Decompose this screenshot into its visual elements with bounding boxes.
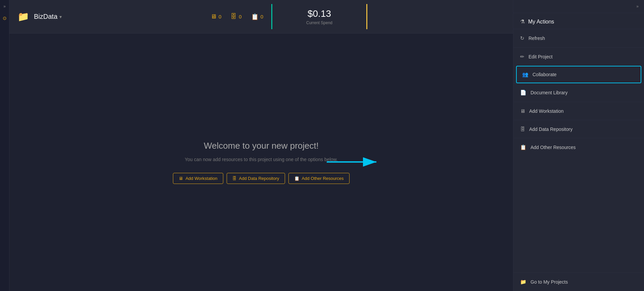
- right-sidebar: » ⚗ My Actions ↻ Refresh ✏ Edit Project …: [513, 0, 644, 291]
- repository-count-value: 0: [239, 14, 241, 19]
- resource-counts: 🖥 0 🗄 0 📋 0: [211, 13, 263, 20]
- add-other-resources-button[interactable]: 📋 Add Other Resources: [288, 173, 350, 184]
- repository-count: 🗄 0: [231, 13, 241, 20]
- sidebar-item-collaborate[interactable]: 👥 Collaborate: [516, 66, 641, 83]
- refresh-icon: ↻: [520, 35, 524, 41]
- sidebar-item-refresh[interactable]: ↻ Refresh: [513, 29, 644, 47]
- folder-icon: 📁: [17, 11, 29, 22]
- welcome-subtitle: You can now add resources to this projec…: [173, 156, 349, 163]
- sidebar-spacer: [513, 156, 644, 273]
- project-dropdown-caret[interactable]: ▾: [59, 14, 62, 19]
- document-library-icon: 📄: [520, 90, 526, 96]
- spend-label: Current Spend: [306, 20, 332, 25]
- sidebar-item-go-to-my-projects[interactable]: 📁 Go to My Projects: [513, 273, 644, 291]
- add-repository-sidebar-icon: 🗄: [520, 126, 525, 132]
- sidebar-item-collaborate-label: Collaborate: [533, 72, 557, 77]
- other-count: 📋 0: [251, 13, 263, 20]
- expand-sidebar-icon[interactable]: »: [3, 4, 6, 9]
- workstation-btn-label: Add Workstation: [185, 176, 217, 181]
- collaborate-icon: 👥: [522, 71, 528, 78]
- content-area: Welcome to your new project! You can now…: [9, 34, 513, 291]
- right-sidebar-header: »: [513, 0, 644, 13]
- project-info: 📁 BizData ▾ 🖥 0 🗄 0 📋 0: [9, 0, 271, 33]
- add-workstation-sidebar-icon: 🖥: [520, 108, 525, 114]
- header-bar: 📁 BizData ▾ 🖥 0 🗄 0 📋 0: [9, 0, 513, 34]
- other-count-value: 0: [261, 14, 263, 19]
- sidebar-item-add-other-resources[interactable]: 📋 Add Other Resources: [513, 138, 644, 156]
- workstation-btn-icon: 🖥: [179, 176, 183, 181]
- user-avatar-icon[interactable]: ⊙: [3, 15, 7, 21]
- repository-btn-label: Add Data Repository: [239, 176, 279, 181]
- sidebar-item-refresh-label: Refresh: [528, 36, 545, 41]
- my-actions-icon: ⚗: [520, 18, 525, 25]
- other-btn-label: Add Other Resources: [302, 176, 344, 181]
- repository-icon: 🗄: [231, 13, 237, 20]
- add-workstation-button[interactable]: 🖥 Add Workstation: [173, 173, 223, 184]
- welcome-box: Welcome to your new project! You can now…: [173, 141, 349, 184]
- repository-btn-icon: 🗄: [232, 176, 237, 181]
- collapse-sidebar-icon[interactable]: »: [636, 4, 639, 9]
- sidebar-title-label: My Actions: [528, 19, 554, 25]
- spend-amount: $0.13: [308, 8, 331, 19]
- edit-icon: ✏: [520, 54, 524, 60]
- sidebar-item-add-data-repository[interactable]: 🗄 Add Data Repository: [513, 120, 644, 138]
- sidebar-item-go-to-my-projects-label: Go to My Projects: [531, 279, 568, 285]
- go-to-projects-icon: 📁: [520, 279, 526, 285]
- workstation-count-value: 0: [219, 14, 221, 19]
- other-btn-icon: 📋: [294, 176, 300, 181]
- add-data-repository-button[interactable]: 🗄 Add Data Repository: [227, 173, 285, 184]
- workstation-count: 🖥 0: [211, 13, 221, 20]
- sidebar-item-add-data-repository-label: Add Data Repository: [529, 127, 572, 132]
- other-icon: 📋: [251, 13, 259, 20]
- welcome-title: Welcome to your new project!: [173, 141, 349, 151]
- sidebar-item-edit-label: Edit Project: [528, 54, 553, 59]
- sidebar-title: ⚗ My Actions: [513, 13, 644, 29]
- workstation-icon: 🖥: [211, 13, 217, 20]
- sidebar-item-add-workstation[interactable]: 🖥 Add Workstation: [513, 102, 644, 120]
- sidebar-item-add-workstation-label: Add Workstation: [529, 108, 563, 114]
- spend-section: $0.13 Current Spend: [272, 0, 366, 33]
- yellow-divider: [366, 4, 367, 29]
- sidebar-item-edit-project[interactable]: ✏ Edit Project: [513, 47, 644, 66]
- sidebar-item-document-library-label: Document Library: [531, 90, 568, 95]
- add-other-sidebar-icon: 📋: [520, 144, 526, 150]
- sidebar-item-add-other-resources-label: Add Other Resources: [531, 145, 576, 150]
- action-buttons: 🖥 Add Workstation 🗄 Add Data Repository …: [173, 173, 349, 184]
- project-name[interactable]: BizData ▾: [34, 13, 62, 20]
- main-area: 📁 BizData ▾ 🖥 0 🗄 0 📋 0: [9, 0, 513, 291]
- left-sidebar: » ⊙: [0, 0, 9, 291]
- sidebar-item-document-library[interactable]: 📄 Document Library: [513, 83, 644, 102]
